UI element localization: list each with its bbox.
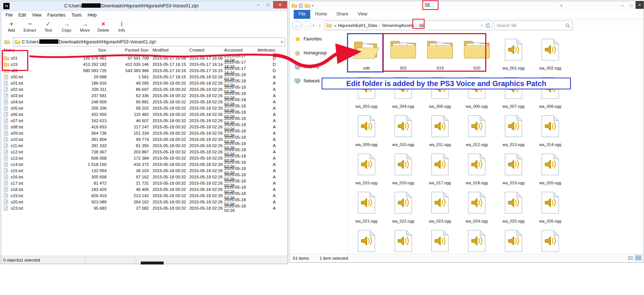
maximize-button[interactable]: □ xyxy=(263,1,273,8)
file-row[interactable]: s04.txt248 90066 8812015-05-18 00:322015… xyxy=(1,97,287,104)
file-row[interactable]: s17.txt81 47221 7312015-05-18 00:322015-… xyxy=(1,179,287,185)
file-row[interactable]: s20580 093 725543 383 9662015-05-17 16:1… xyxy=(1,66,287,72)
file-tile[interactable] xyxy=(385,225,422,254)
menu-item-help[interactable]: Help xyxy=(85,12,100,18)
explorer-titlebar[interactable]: ▾ SE – □ × xyxy=(289,1,644,10)
file-tile-wa-002-ogg[interactable]: wa_002.ogg xyxy=(532,33,569,72)
file-tile-wa-022-ogg[interactable]: wa_022.ogg xyxy=(385,186,422,225)
qat-newfolder-icon[interactable] xyxy=(305,3,310,8)
ribbon-tab-home[interactable]: Home xyxy=(310,10,332,19)
file-tile[interactable] xyxy=(458,225,495,254)
file-tile[interactable] xyxy=(348,225,385,254)
menu-item-view[interactable]: View xyxy=(29,12,44,18)
file-row[interactable]: s16.txt355 65897 1622015-05-18 00:322015… xyxy=(1,173,287,179)
sidebar-item-homegroup[interactable]: Homegroup xyxy=(289,49,347,57)
file-row[interactable]: s08.txt416 653117 2472015-05-18 00:32201… xyxy=(1,122,287,129)
file-row[interactable]: s02.txt326 31186 6972015-05-18 00:322015… xyxy=(1,85,287,91)
breadcrumb-item-higurashiep01_data[interactable]: HigurashiEp01_Data xyxy=(337,23,378,28)
file-tile-wa-009-ogg[interactable]: wa_009.ogg xyxy=(348,110,385,148)
details-view-button[interactable] xyxy=(627,255,634,260)
file-row[interactable]: s10.txt391 80499 7742015-05-18 00:322015… xyxy=(1,135,287,141)
minimize-button[interactable]: – xyxy=(618,1,627,9)
column-header-attributes[interactable]: Attributes xyxy=(255,47,278,53)
toolbar-add-button[interactable]: +Add xyxy=(4,20,19,32)
ribbon-collapse-icon[interactable]: ∨ xyxy=(560,3,563,7)
file-row[interactable]: s03.txt237 58162 3362015-05-18 00:322015… xyxy=(1,91,287,97)
column-header-created[interactable]: Created xyxy=(188,47,223,53)
ribbon-tab-view[interactable]: View xyxy=(353,10,372,19)
file-tile-wa-016-ogg[interactable]: wa_016.ogg xyxy=(385,148,422,186)
address-bar[interactable]: C:\UsersDownloads\Higurashi\HigurashiPS3… xyxy=(13,38,285,46)
file-row[interactable]: s06.txt432 950115 4822015-05-18 00:32201… xyxy=(1,110,287,116)
file-tile-wa-014-ogg[interactable]: wa_014.ogg xyxy=(532,110,569,148)
menu-item-favorites[interactable]: Favorites xyxy=(44,12,68,18)
file-tile-wa-017-ogg[interactable]: wa_017.ogg xyxy=(422,148,458,186)
toolbar-info-button[interactable]: iInfo xyxy=(114,20,129,32)
file-tile-wa-026-ogg[interactable]: wa_026.ogg xyxy=(532,186,569,225)
file-row[interactable]: s14.txt1 518 150416 3722015-05-18 00:322… xyxy=(1,160,287,166)
column-header-size[interactable]: Size xyxy=(58,47,109,53)
refresh-icon[interactable] xyxy=(486,23,490,28)
close-button[interactable]: × xyxy=(636,1,644,9)
file-row[interactable]: s23.txt95 68327 0822015-05-18 00:322015-… xyxy=(1,204,287,210)
up-level-button[interactable] xyxy=(3,38,11,46)
file-row[interactable]: s09.txt564 736151 3342015-05-18 00:32201… xyxy=(1,129,287,135)
maximize-button[interactable]: □ xyxy=(627,1,636,9)
menu-item-file[interactable]: File xyxy=(3,12,15,18)
file-tile-wa-023-ogg[interactable]: wa_023.ogg xyxy=(422,186,458,225)
file-row[interactable]: s00.txt29 6881 5612015-05-17 18:152015-0… xyxy=(1,72,287,79)
file-tile[interactable] xyxy=(422,225,458,254)
breadcrumb-overflow[interactable]: « xyxy=(333,23,337,28)
toolbar-move-button[interactable]: →Move xyxy=(78,20,92,32)
file-tile-wa-024-ogg[interactable]: wa_024.ogg xyxy=(458,186,495,225)
column-header-accessed[interactable]: Accessed xyxy=(223,47,255,53)
file-row[interactable]: s11.txt281 33381 3552015-05-18 00:322015… xyxy=(1,141,287,148)
qat-folder-icon[interactable] xyxy=(291,3,297,8)
column-header-packed-size[interactable]: Packed Size xyxy=(109,47,151,53)
menu-item-edit[interactable]: Edit xyxy=(15,12,29,18)
file-row[interactable]: s01.txt186 91649 2652015-05-18 00:322015… xyxy=(1,79,287,85)
file-row[interactable]: s18.txt183 42946 4052015-05-18 00:322015… xyxy=(1,185,287,191)
ribbon-tab-share[interactable]: Share xyxy=(332,10,353,19)
search-box[interactable]: Search SE xyxy=(494,21,573,30)
sidebar-item-favorites[interactable]: Favorites xyxy=(289,35,347,43)
file-tile-wa-013-ogg[interactable]: wa_013.ogg xyxy=(495,110,532,148)
breadcrumb-item-streamingassets[interactable]: StreamingAssets xyxy=(381,23,415,28)
file-tile-wa-001-ogg[interactable]: wa_001.ogg xyxy=(495,33,532,72)
file-tile-wa-011-ogg[interactable]: wa_011.ogg xyxy=(422,110,458,148)
minimize-button[interactable]: – xyxy=(253,1,263,8)
file-tile-wa-020-ogg[interactable]: wa_020.ogg xyxy=(532,148,569,186)
file-tile-wa-018-ogg[interactable]: wa_018.ogg xyxy=(458,148,495,186)
file-row[interactable]: s07.txt162 61346 5072015-05-18 00:322015… xyxy=(1,116,287,122)
toolbar-delete-button[interactable]: ×Delete xyxy=(96,20,111,32)
close-button[interactable]: × xyxy=(273,1,287,8)
7zip-titlebar[interactable]: 7z C:\UsersDownloads\Higurashi\Higurashi… xyxy=(1,1,287,11)
sidebar-item-this-pc[interactable]: This PC xyxy=(289,63,347,71)
qat-chevron-icon[interactable]: ▾ xyxy=(312,4,314,7)
file-row[interactable]: s01105 376 48197 591 7092015-05-17 16:08… xyxy=(1,54,287,60)
file-row[interactable]: s20.txt923 089264 1622015-05-18 00:32201… xyxy=(1,198,287,204)
qat-properties-icon[interactable] xyxy=(299,3,303,8)
up-button[interactable]: ↑ xyxy=(316,23,323,28)
thumbnails-view-button[interactable] xyxy=(635,255,641,260)
column-header-modified[interactable]: Modified xyxy=(151,47,188,53)
file-tile[interactable] xyxy=(532,225,569,254)
file-row[interactable]: s15.txt132 95436 1032015-05-18 00:322015… xyxy=(1,166,287,173)
toolbar-extract-button[interactable]: −Extract xyxy=(22,20,37,32)
file-tile-wa-012-ogg[interactable]: wa_012.ogg xyxy=(458,110,495,148)
file-tile-wa-015-ogg[interactable]: wa_015.ogg xyxy=(348,148,385,186)
file-tile-wa-025-ogg[interactable]: wa_025.ogg xyxy=(495,186,532,225)
search-icon[interactable] xyxy=(565,23,570,28)
file-row[interactable]: s13.txt606 058172 3842015-05-18 00:32201… xyxy=(1,154,287,160)
toolbar-test-button[interactable]: ✓Test xyxy=(41,20,56,32)
address-bar[interactable]: «HigurashiEp01_Data›StreamingAssets›SE ∨ xyxy=(325,21,492,30)
file-row[interactable]: s19413 292 182412 035 1462015-05-17 16:1… xyxy=(1,60,287,66)
toolbar-copy-button[interactable]: →Copy xyxy=(59,20,74,32)
file-row[interactable]: s05.txt205 33658 2022015-05-18 00:322015… xyxy=(1,104,287,110)
address-history-icon[interactable]: ∨ xyxy=(480,24,484,27)
ribbon-tab-file[interactable]: File xyxy=(294,10,310,19)
file-tile-wa-019-ogg[interactable]: wa_019.ogg xyxy=(495,148,532,186)
file-row[interactable]: s12.txt738 367203 8872015-05-18 00:32201… xyxy=(1,148,287,154)
back-button[interactable]: ← xyxy=(292,21,301,30)
address-dropdown-icon[interactable]: ▾ xyxy=(279,40,285,44)
